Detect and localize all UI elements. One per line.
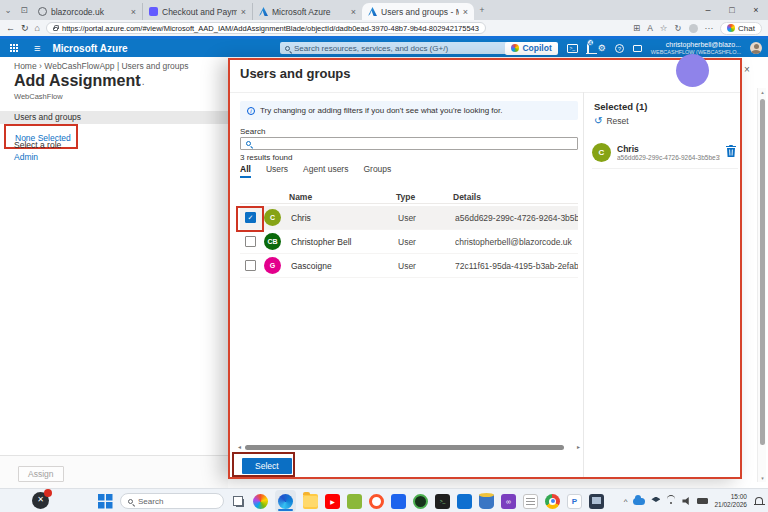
horizontal-scrollbar[interactable]: ◂ ▸ [238, 444, 580, 451]
start-button[interactable] [98, 494, 113, 509]
row-checkbox[interactable] [245, 236, 256, 247]
tab-users[interactable]: Users [266, 164, 288, 178]
sharex-icon[interactable] [347, 494, 362, 509]
scroll-left-icon[interactable]: ◂ [238, 444, 241, 451]
breadcrumb-home-link[interactable]: Home [14, 61, 37, 71]
file-explorer-icon[interactable] [303, 494, 318, 509]
docker-icon[interactable] [391, 494, 406, 509]
browser-profile-avatar[interactable] [689, 24, 698, 33]
collections-icon[interactable]: ↻ [674, 23, 681, 33]
task-view-icon[interactable] [231, 494, 246, 509]
scrollbar-track[interactable] [243, 445, 575, 451]
remove-trash-icon[interactable] [726, 143, 736, 161]
read-aloud-icon[interactable]: A [647, 23, 653, 33]
role-admin-link[interactable]: Admin [14, 152, 38, 162]
dialog-close-icon[interactable]: × [744, 64, 750, 75]
row-checkbox-checked[interactable]: ✓ [245, 212, 256, 223]
volume-icon[interactable] [682, 497, 691, 505]
browser-tab-active[interactable]: Users and groups - Microsoft Azu × [362, 3, 474, 20]
notifications-bell-icon[interactable]: 4 [587, 43, 589, 53]
settings-gear-icon[interactable]: ⚙ [598, 43, 606, 53]
help-icon[interactable]: ? [615, 44, 624, 53]
workspaces-icon[interactable]: ⊡ [16, 5, 32, 15]
waffle-menu-icon[interactable] [10, 44, 18, 52]
more-menu-icon[interactable]: ⋯ [705, 23, 714, 33]
row-checkbox[interactable] [245, 260, 256, 271]
obs-icon[interactable] [413, 494, 428, 509]
column-name[interactable]: Name [289, 192, 396, 202]
azure-icon [259, 7, 268, 16]
taskbar-search-input[interactable]: Search [120, 493, 224, 509]
azure-data-studio-icon[interactable] [457, 494, 472, 509]
table-row[interactable]: ✓ C Chris User a56dd629-299c-4726-9264-3… [240, 206, 578, 230]
select-button[interactable]: Select [242, 458, 292, 474]
chat-button[interactable]: Chat [720, 22, 762, 35]
table-row[interactable]: CB Christopher Bell User christopherbell… [240, 230, 578, 254]
split-screen-icon[interactable]: ⊞ [633, 23, 640, 33]
account-avatar[interactable] [750, 42, 762, 54]
onedrive-icon[interactable] [633, 498, 645, 505]
minimize-button[interactable]: – [696, 5, 720, 15]
favorite-star-icon[interactable]: ☆ [660, 23, 668, 33]
tab-search-chevron-icon[interactable]: ⌄ [0, 5, 16, 15]
hamburger-menu-icon[interactable]: ≡ [34, 42, 40, 54]
scrollbar-thumb[interactable] [760, 99, 765, 445]
copilot-button[interactable]: Copilot [505, 42, 557, 55]
corner-app-icon[interactable]: ✕ [32, 492, 49, 509]
azure-search-input[interactable]: Search resources, services, and docs (G+… [280, 42, 508, 54]
address-bar[interactable]: https://portal.azure.com/#view/Microsoft… [46, 22, 486, 34]
paint-icon[interactable]: P [567, 494, 582, 509]
browser-tab-2[interactable]: Checkout and Payment Links – De × [142, 3, 252, 20]
tab-all[interactable]: All [240, 164, 251, 178]
copilot-icon[interactable] [253, 494, 268, 509]
terminal-icon[interactable]: >_ [435, 494, 450, 509]
scroll-down-icon[interactable]: ▾ [758, 475, 767, 481]
feedback-icon[interactable] [633, 45, 642, 52]
close-button[interactable]: × [744, 5, 768, 15]
blade-context-menu-icon[interactable]: … [135, 76, 145, 87]
tab-close-icon[interactable]: × [131, 7, 136, 17]
account-info[interactable]: christopherbell@blazo... WEBCASHFLOW (WE… [651, 41, 741, 55]
browser-tab-3[interactable]: Microsoft Azure × [252, 3, 362, 20]
scroll-right-icon[interactable]: ▸ [577, 444, 580, 451]
browser-tab-1[interactable]: blazorcode.uk × [32, 3, 142, 20]
section-users-and-groups[interactable]: Users and groups [0, 111, 228, 124]
brave-icon[interactable] [369, 494, 384, 509]
dialog-search-input[interactable] [240, 137, 578, 150]
ssms-icon[interactable] [479, 494, 494, 509]
virtualbox-icon[interactable] [589, 494, 604, 509]
tab-groups[interactable]: Groups [363, 164, 391, 178]
chrome-icon[interactable] [545, 494, 560, 509]
assign-button[interactable]: Assign [18, 466, 64, 482]
dropbox-icon[interactable] [651, 497, 660, 506]
selected-title: Selected (1) [594, 101, 647, 112]
wifi-icon[interactable] [666, 497, 676, 505]
home-button[interactable]: ⌂ [35, 23, 40, 33]
new-tab-button[interactable]: + [474, 5, 490, 15]
notification-bell-icon[interactable] [755, 497, 763, 505]
azure-brand[interactable]: Microsoft Azure [52, 43, 127, 54]
battery-icon[interactable] [697, 498, 708, 504]
breadcrumb-separator: › [39, 61, 42, 71]
tab-close-icon[interactable]: × [463, 7, 468, 17]
vertical-scrollbar[interactable]: ▴ ▾ [757, 88, 766, 482]
scrollbar-thumb[interactable] [245, 445, 564, 450]
tab-close-icon[interactable]: × [351, 7, 356, 17]
scroll-up-icon[interactable]: ▴ [758, 89, 767, 95]
refresh-button[interactable]: ↻ [21, 23, 29, 33]
reset-button[interactable]: ↺ Reset [594, 116, 629, 126]
edge-active-app[interactable] [275, 490, 296, 512]
tray-chevron-icon[interactable]: ^ [624, 497, 628, 506]
cloud-shell-icon[interactable]: >_ [567, 44, 578, 53]
table-row[interactable]: G Gascoigne User 72c11f61-95da-4195-b3ab… [240, 254, 578, 278]
notepad-icon[interactable] [523, 494, 538, 509]
visual-studio-icon[interactable]: ∞ [501, 494, 516, 509]
restore-button[interactable]: □ [720, 5, 744, 15]
youtube-icon[interactable]: ▶ [325, 494, 340, 509]
clock[interactable]: 15:00 21/02/2026 [714, 493, 747, 509]
tab-close-icon[interactable]: × [241, 7, 246, 17]
tab-agent-users[interactable]: Agent users [303, 164, 348, 178]
column-type[interactable]: Type [396, 192, 453, 202]
column-details[interactable]: Details [453, 192, 578, 202]
back-button[interactable]: ← [6, 23, 15, 33]
